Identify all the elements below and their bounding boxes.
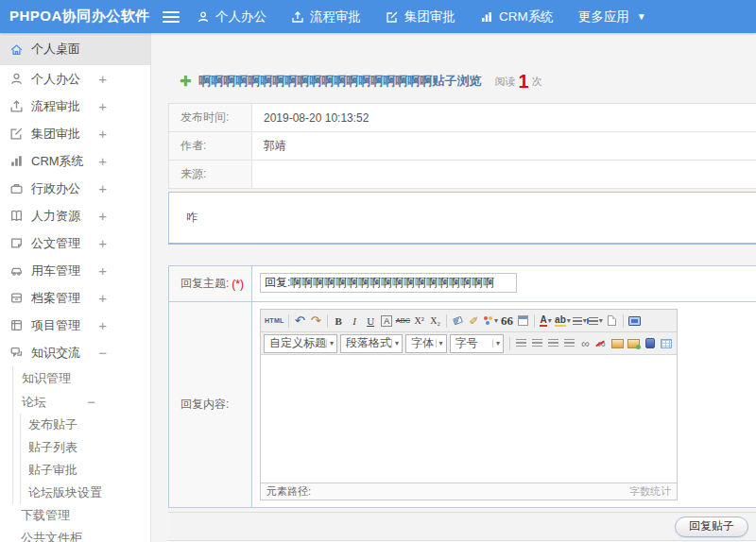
image-plus-icon	[627, 339, 640, 348]
sidebar-item-hr[interactable]: 人力资源 +	[0, 202, 150, 229]
reply-submit-button[interactable]: 回复贴子	[675, 517, 748, 537]
expand-icon[interactable]: +	[98, 263, 107, 279]
screen-icon	[628, 316, 641, 326]
expand-icon[interactable]: +	[98, 180, 107, 196]
font-size-select[interactable]: 字号▾	[450, 334, 504, 353]
hamburger-menu-icon[interactable]	[163, 11, 180, 23]
sidebar-item-forum[interactable]: 论坛 −	[13, 390, 150, 414]
sidebar-item-project-mgmt[interactable]: 项目管理 +	[0, 312, 150, 339]
sidebar-item-document-mgmt[interactable]: 公文管理 +	[0, 229, 150, 257]
document-icon	[9, 236, 24, 250]
eraser-icon	[453, 316, 463, 326]
sidebar-item-personal-office[interactable]: 个人办公 +	[0, 65, 150, 93]
undo-button[interactable]: ↶	[292, 312, 308, 330]
sidebar-item-admin-office[interactable]: 行政办公 +	[0, 175, 150, 202]
align-right-button[interactable]	[545, 334, 561, 353]
insert-date-button[interactable]	[515, 312, 531, 330]
table-icon	[661, 339, 672, 348]
plus-icon: ✚	[180, 73, 192, 90]
author-value: 郭靖	[252, 132, 756, 160]
expand-icon[interactable]: +	[98, 235, 107, 251]
toolbar-separator	[509, 337, 510, 350]
bold-button[interactable]: B	[331, 312, 347, 330]
fullscreen-button[interactable]	[627, 312, 643, 330]
topnav-group-approval[interactable]: 集团审批	[386, 8, 455, 25]
palette-icon	[483, 316, 493, 325]
insert-image-button[interactable]	[610, 334, 626, 353]
expand-icon[interactable]: +	[98, 71, 107, 87]
forum-submenu: 发布贴子 贴子列表 贴子审批 论坛版块设置	[20, 414, 150, 504]
topnav-crm[interactable]: CRM系统	[480, 8, 554, 25]
format-a-button[interactable]: A	[379, 312, 395, 330]
form-footer: 回复贴子	[168, 512, 756, 541]
expand-icon[interactable]: +	[98, 317, 107, 333]
italic-button[interactable]: I	[347, 312, 363, 330]
network-image-button[interactable]	[626, 334, 642, 353]
editor-body[interactable]	[261, 355, 677, 483]
media-icon	[645, 338, 655, 348]
collapse-icon[interactable]: −	[87, 394, 95, 410]
sidebar-item-vehicle-mgmt[interactable]: 用车管理 +	[0, 257, 150, 284]
highlight-color-button[interactable]: ab▾	[554, 312, 572, 330]
insert-media-button[interactable]	[642, 334, 658, 353]
expand-icon[interactable]: +	[98, 126, 107, 142]
redo-button[interactable]: ↷	[308, 312, 324, 330]
list-icon	[573, 317, 582, 325]
expand-icon[interactable]: +	[98, 290, 107, 306]
ordered-list-button[interactable]: ▾	[572, 312, 588, 330]
font-color-button[interactable]: A▾	[538, 312, 554, 330]
underline-button[interactable]: U	[363, 312, 379, 330]
page-title: 啊啊啊啊啊啊啊啊啊啊啊啊啊啊啊啊啊啊啊贴子浏览	[199, 73, 482, 90]
collapse-icon[interactable]: −	[98, 345, 107, 361]
strikethrough-button[interactable]: ABC	[395, 312, 411, 330]
blockquote-button[interactable]: 66	[499, 312, 515, 330]
color-palette-button[interactable]: ▾	[482, 312, 499, 330]
superscript-button[interactable]: X²	[411, 312, 427, 330]
insert-table-button[interactable]	[658, 334, 674, 353]
insert-link-button[interactable]: ∞	[577, 334, 593, 353]
briefcase-icon	[9, 181, 24, 195]
bar-chart-icon	[9, 154, 24, 168]
source-code-button[interactable]: HTML	[264, 312, 285, 330]
topnav-personal-office[interactable]: 个人办公	[197, 8, 266, 25]
sidebar-item-public-files[interactable]: 公共文件柜	[0, 527, 150, 542]
sidebar-item-knowledge[interactable]: 知识交流 −	[0, 339, 150, 366]
bar-chart-icon	[480, 10, 493, 24]
list-icon	[589, 317, 598, 325]
topnav-more-apps[interactable]: 更多应用 ▼	[578, 8, 646, 25]
sidebar-item-group-approval[interactable]: 集团审批 +	[0, 120, 150, 147]
sidebar-tail: 下载管理 公共文件柜	[0, 504, 150, 542]
subscript-button[interactable]: X₂	[427, 312, 443, 330]
sidebar-item-download-mgmt[interactable]: 下载管理	[0, 504, 150, 527]
sidebar-item-forum-settings[interactable]: 论坛版块设置	[21, 482, 150, 504]
font-family-select[interactable]: 字体▾	[405, 334, 447, 353]
expand-icon[interactable]: +	[98, 153, 107, 169]
calendar-icon	[518, 315, 528, 326]
reply-subject-input[interactable]	[260, 273, 517, 293]
reply-content-row: 回复内容: HTML ↶ ↷ B I	[169, 301, 756, 507]
expand-icon[interactable]: +	[98, 208, 107, 224]
new-page-button[interactable]	[604, 312, 620, 330]
sidebar-item-post-list[interactable]: 贴子列表	[21, 436, 150, 459]
remove-format-button[interactable]	[450, 312, 466, 330]
paragraph-format-select[interactable]: 段落格式▾	[340, 334, 403, 353]
align-justify-button[interactable]	[561, 334, 577, 353]
sidebar-item-post-create[interactable]: 发布贴子	[21, 414, 150, 436]
sidebar: 个人桌面 个人办公 + 流程审批 + 集团审批 + CRM系统 +	[0, 33, 151, 542]
unordered-list-button[interactable]: ▾	[588, 312, 604, 330]
format-brush-button[interactable]: ✐	[466, 312, 482, 330]
sidebar-item-archive-mgmt[interactable]: 档案管理 +	[0, 284, 150, 312]
sidebar-item-workflow-approval[interactable]: 流程审批 +	[0, 93, 150, 120]
topnav-workflow-approval[interactable]: 流程审批	[291, 8, 361, 25]
chevron-down-icon: ▼	[637, 11, 646, 22]
expand-icon[interactable]: +	[98, 98, 107, 114]
sidebar-item-knowledge-mgmt[interactable]: 知识管理	[13, 366, 150, 390]
remove-link-button[interactable]: ∞	[593, 334, 610, 353]
sidebar-item-desktop[interactable]: 个人桌面	[0, 33, 150, 65]
heading-select[interactable]: 自定义标题▾	[264, 334, 337, 353]
sidebar-item-crm[interactable]: CRM系统 +	[0, 147, 150, 175]
align-left-button[interactable]	[513, 334, 529, 353]
sidebar-item-post-approval[interactable]: 贴子审批	[21, 459, 150, 482]
image-icon	[611, 339, 624, 348]
align-center-button[interactable]	[529, 334, 545, 353]
